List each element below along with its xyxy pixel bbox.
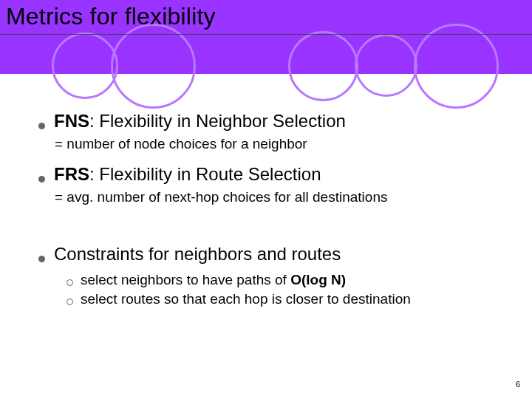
bullet-text: FNS: Flexibility in Neighbor Selection <box>54 111 346 132</box>
bullet-icon <box>38 176 45 183</box>
title-underline <box>0 34 532 35</box>
term: FNS <box>54 111 89 131</box>
expansion: : Flexibility in Route Selection <box>89 164 321 184</box>
slide-content: FNS: Flexibility in Neighbor Selection =… <box>38 111 502 307</box>
term: FRS <box>54 164 89 184</box>
bullet-subtext: = avg. number of next-hop choices for al… <box>55 189 502 205</box>
list-item: FRS: Flexibility in Route Selection <box>38 164 502 185</box>
sub-pre: select neighbors to have paths of <box>81 272 290 287</box>
page-number: 6 <box>516 380 520 389</box>
sub-bullet-text: select routes so that each hop is closer… <box>81 291 411 307</box>
bullet-icon <box>38 256 45 262</box>
circle-decoration <box>288 31 358 101</box>
sub-list-item: select neighbors to have paths of O(log … <box>66 272 502 288</box>
circle-decoration <box>414 24 499 109</box>
sub-bold: O(log N) <box>290 272 346 287</box>
bullet-text: Constraints for neighbors and routes <box>54 244 341 265</box>
ring-icon <box>66 299 73 305</box>
sub-bullet-text: select neighbors to have paths of O(log … <box>81 272 346 288</box>
expansion: : Flexibility in Neighbor Selection <box>89 111 346 131</box>
slide-title: Metrics for flexibility <box>6 3 216 30</box>
sub-pre: select routes so that each hop is closer… <box>81 291 411 307</box>
sub-list: select neighbors to have paths of O(log … <box>66 272 502 307</box>
bullet-text: FRS: Flexibility in Route Selection <box>54 164 321 185</box>
sub-list-item: select routes so that each hop is closer… <box>66 291 502 307</box>
circle-decoration <box>52 33 118 99</box>
circle-decoration <box>111 24 196 109</box>
list-item: Constraints for neighbors and routes <box>38 244 502 265</box>
bullet-subtext: = number of node choices for a neighbor <box>55 136 502 152</box>
decorative-circles <box>0 27 532 100</box>
list-item: FNS: Flexibility in Neighbor Selection <box>38 111 502 132</box>
ring-icon <box>66 279 73 286</box>
bullet-icon <box>38 123 45 129</box>
circle-decoration <box>355 34 417 97</box>
